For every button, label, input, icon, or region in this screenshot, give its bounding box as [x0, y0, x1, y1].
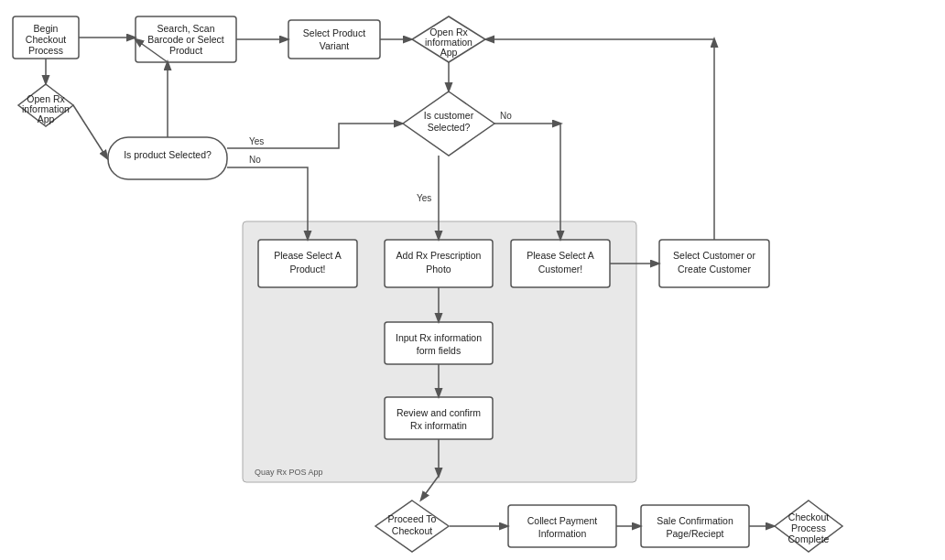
yes-label-1: Yes	[249, 136, 264, 146]
svg-text:Select Product: Select Product	[303, 27, 365, 38]
svg-text:App: App	[38, 113, 55, 124]
svg-text:form fields: form fields	[417, 345, 461, 356]
svg-text:Variant: Variant	[320, 40, 350, 51]
svg-text:Is customer: Is customer	[424, 110, 474, 121]
svg-text:Collect Payment: Collect Payment	[527, 515, 598, 526]
svg-text:Review and confirm: Review and confirm	[396, 407, 481, 418]
svg-text:Input Rx information: Input Rx information	[396, 332, 482, 343]
no-label-1: No	[249, 155, 261, 165]
svg-text:Proceed To: Proceed To	[388, 513, 437, 524]
svg-text:Add Rx Prescription: Add Rx Prescription	[396, 250, 482, 261]
svg-text:Product!: Product!	[289, 264, 325, 275]
svg-text:Process: Process	[28, 45, 63, 56]
svg-text:Process: Process	[791, 522, 826, 533]
svg-text:Create Customer: Create Customer	[678, 264, 751, 275]
review-rx-node	[385, 397, 493, 439]
svg-text:Checkout: Checkout	[26, 34, 66, 45]
svg-text:Checkout: Checkout	[788, 512, 829, 522]
svg-text:Barcode or Select: Barcode or Select	[147, 34, 224, 45]
svg-text:App: App	[440, 47, 458, 58]
input-rx-form-node	[385, 322, 493, 364]
svg-text:Rx informatin: Rx informatin	[410, 420, 467, 431]
collect-payment-node	[508, 505, 616, 547]
svg-text:Photo: Photo	[426, 264, 451, 275]
svg-text:Complete: Complete	[788, 533, 830, 544]
svg-text:Page/Reciept: Page/Reciept	[666, 528, 723, 539]
arrow-openrx1-to-product	[73, 105, 107, 158]
svg-text:Checkout: Checkout	[392, 525, 432, 536]
svg-text:Product: Product	[169, 45, 202, 56]
svg-text:Please Select A: Please Select A	[274, 250, 342, 261]
sale-confirmation-node	[641, 505, 749, 547]
svg-text:Customer!: Customer!	[538, 264, 582, 275]
yes-label-2: Yes	[417, 193, 431, 203]
quay-rx-label: Quay Rx POS App	[255, 468, 323, 477]
begin-checkout-label: Begin	[34, 23, 59, 34]
svg-text:Information: Information	[538, 528, 587, 539]
svg-text:Selected?: Selected?	[428, 122, 471, 133]
svg-text:Select Customer or: Select Customer or	[673, 250, 755, 261]
no-label-2: No	[500, 111, 512, 121]
svg-text:Please Select A: Please Select A	[527, 250, 594, 261]
svg-text:Is product Selected?: Is product Selected?	[124, 149, 212, 160]
svg-text:Search, Scan: Search, Scan	[157, 23, 214, 34]
svg-text:Sale Confirmation: Sale Confirmation	[657, 515, 733, 526]
